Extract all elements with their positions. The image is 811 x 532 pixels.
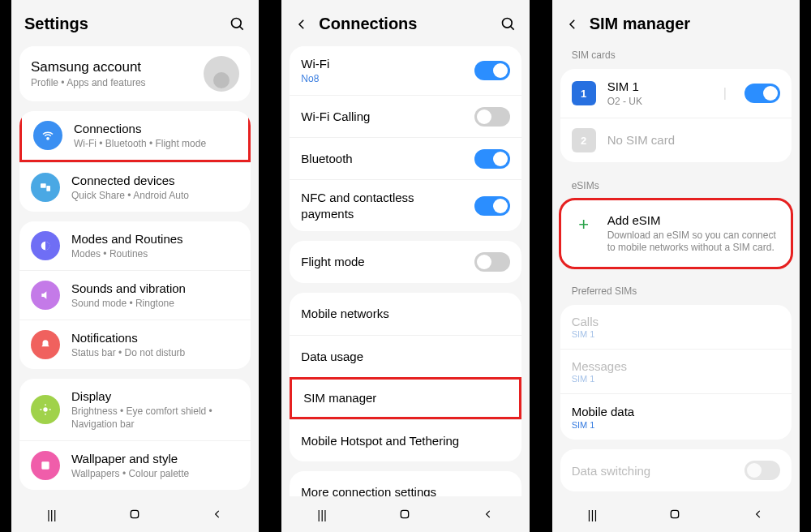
search-icon[interactable] <box>230 16 246 32</box>
pref-calls-row[interactable]: Calls SIM 1 <box>560 305 792 349</box>
wallpaper-row[interactable]: Wallpaper and style Wallpapers • Colour … <box>19 440 251 490</box>
bluetooth-toggle[interactable] <box>474 149 510 169</box>
row-label: SIM manager <box>303 390 507 406</box>
row-sub: O2 - UK <box>607 96 712 109</box>
back-button[interactable] <box>753 508 764 520</box>
more-settings-row[interactable]: More connection settings <box>290 471 521 496</box>
wifi-icon <box>33 121 62 150</box>
wifi-calling-toggle[interactable] <box>474 107 510 127</box>
row-label: Notifications <box>71 330 239 346</box>
connections-row[interactable]: Connections Wi-Fi • Bluetooth • Flight m… <box>19 111 251 162</box>
page-title: Settings <box>24 15 220 33</box>
row-sub: SIM 1 <box>572 420 780 430</box>
bluetooth-row[interactable]: Bluetooth <box>290 137 521 179</box>
row-label: Connected devices <box>71 173 239 189</box>
flight-mode-row[interactable]: Flight mode <box>290 241 521 283</box>
back-button[interactable] <box>212 508 223 520</box>
home-button[interactable] <box>128 508 141 521</box>
row-label: Wallpaper and style <box>71 451 239 467</box>
modes-row[interactable]: Modes and Routines Modes • Routines <box>19 221 251 270</box>
account-sub: Profile • Apps and features <box>31 77 192 90</box>
row-sub: Quick Share • Android Auto <box>71 190 239 203</box>
row-label: Flight mode <box>301 254 462 270</box>
palette-icon <box>31 451 60 480</box>
row-label: Modes and Routines <box>71 231 239 247</box>
nfc-row[interactable]: NFC and contactless payments <box>290 179 521 231</box>
back-button[interactable] <box>483 508 494 520</box>
notifications-row[interactable]: Notifications Status bar • Do not distur… <box>19 320 251 369</box>
navbar: ||| <box>552 496 800 532</box>
row-sub: Sound mode • Ringtone <box>71 298 239 311</box>
row-label: Mobile networks <box>301 306 509 322</box>
section-preferred: Preferred SIMs <box>557 277 795 300</box>
pref-messages-row[interactable]: Messages SIM 1 <box>560 349 792 393</box>
recents-button[interactable]: ||| <box>317 508 327 521</box>
back-icon[interactable] <box>294 17 309 32</box>
avatar-icon <box>204 56 239 92</box>
wifi-toggle[interactable] <box>474 61 510 80</box>
phone-connections: Connections Wi-Fi No8 Wi-Fi Calling Blue… <box>270 0 540 532</box>
sim-manager-row[interactable]: SIM manager <box>290 377 521 419</box>
sim2-row: 2 No SIM card <box>560 118 792 162</box>
row-label: Messages <box>572 359 780 373</box>
home-button[interactable] <box>668 508 681 521</box>
data-usage-row[interactable]: Data usage <box>290 335 521 377</box>
row-sub: No8 <box>301 73 462 86</box>
recents-button[interactable]: ||| <box>588 508 598 521</box>
row-label: Sounds and vibration <box>71 281 239 297</box>
add-esim-row[interactable]: + Add eSIM Download an eSIM so you can c… <box>560 200 792 268</box>
row-sub: Wi-Fi • Bluetooth • Flight mode <box>74 138 237 151</box>
connected-devices-row[interactable]: Connected devices Quick Share • Android … <box>19 162 251 212</box>
wifi-calling-row[interactable]: Wi-Fi Calling <box>290 95 521 137</box>
row-label: Data switching <box>572 463 733 479</box>
svg-point-0 <box>232 18 242 28</box>
flight-mode-toggle[interactable] <box>474 252 510 272</box>
data-switching-row: Data switching <box>560 449 792 491</box>
samsung-account-row[interactable]: Samsung account Profile • Apps and featu… <box>19 46 251 101</box>
plus-icon: + <box>572 212 596 237</box>
svg-rect-12 <box>131 510 138 517</box>
row-label: NFC and contactless payments <box>301 190 462 221</box>
home-button[interactable] <box>398 508 411 521</box>
row-label: Wi-Fi Calling <box>301 109 462 125</box>
mobile-networks-row[interactable]: Mobile networks <box>290 293 521 335</box>
svg-point-13 <box>502 18 512 28</box>
sounds-row[interactable]: Sounds and vibration Sound mode • Ringto… <box>19 270 251 320</box>
sim1-badge-icon: 1 <box>572 81 596 105</box>
svg-line-1 <box>240 26 243 29</box>
row-sub: SIM 1 <box>572 374 780 384</box>
sim1-row[interactable]: 1 SIM 1 O2 - UK | <box>560 69 792 118</box>
bell-icon <box>31 330 60 359</box>
phone-settings: Settings Samsung account Profile • Apps … <box>0 0 270 532</box>
header: SIM manager <box>552 0 800 41</box>
back-icon[interactable] <box>565 17 580 32</box>
svg-rect-15 <box>401 510 408 517</box>
recents-button[interactable]: ||| <box>47 508 57 521</box>
section-sim-cards: SIM cards <box>557 41 795 64</box>
row-label: Connections <box>74 121 237 137</box>
svg-line-14 <box>510 26 513 29</box>
hotspot-row[interactable]: Mobile Hotspot and Tethering <box>290 419 521 461</box>
row-label: Mobile Hotspot and Tethering <box>301 433 509 449</box>
row-label: Add eSIM <box>607 212 780 229</box>
sim2-badge-icon: 2 <box>572 128 596 152</box>
account-title: Samsung account <box>31 58 192 76</box>
navbar: ||| <box>281 496 529 532</box>
search-icon[interactable] <box>500 16 517 32</box>
nfc-toggle[interactable] <box>474 196 510 216</box>
svg-point-2 <box>47 138 49 139</box>
wifi-row[interactable]: Wi-Fi No8 <box>290 46 521 95</box>
row-label: Data usage <box>301 349 509 365</box>
pref-data-row[interactable]: Mobile data SIM 1 <box>560 393 792 440</box>
display-row[interactable]: Display Brightness • Eye comfort shield … <box>19 379 251 440</box>
data-switching-toggle <box>744 461 780 480</box>
navbar: ||| <box>11 496 259 532</box>
header: Connections <box>281 0 529 41</box>
sim1-toggle[interactable] <box>744 84 780 103</box>
row-sub: SIM 1 <box>572 329 780 339</box>
phone-sim-manager: SIM manager SIM cards 1 SIM 1 O2 - UK | … <box>541 0 811 532</box>
row-label: Mobile data <box>572 404 780 420</box>
row-label: Calls <box>572 315 780 328</box>
row-sub: Status bar • Do not disturb <box>71 347 239 360</box>
header: Settings <box>11 0 259 41</box>
